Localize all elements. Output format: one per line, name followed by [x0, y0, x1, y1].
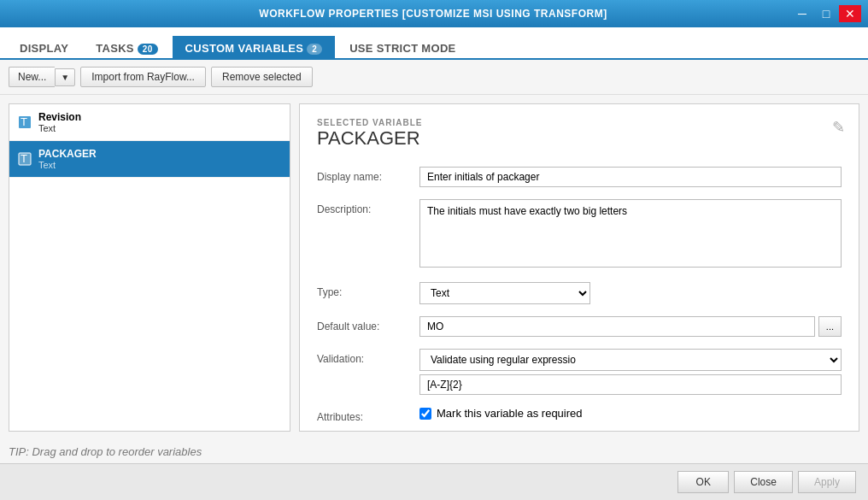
variable-item-packager[interactable]: T PACKAGER Text [9, 141, 290, 178]
display-name-row: Display name: [317, 167, 842, 187]
selected-variable-label: SELECTED VARIABLE [317, 118, 842, 127]
description-control [419, 199, 842, 270]
type-control: Text Number Boolean Date [419, 282, 842, 304]
variable-text-icon-selected: T [18, 152, 32, 166]
svg-text:T: T [21, 115, 27, 128]
default-value-row: Default value: ... [317, 316, 842, 337]
validation-row: Validation: Validate using regular expre… [317, 349, 842, 395]
validation-pattern-input[interactable] [419, 374, 842, 395]
bottom-bar: OK Close Apply [0, 463, 868, 500]
tab-display[interactable]: DISPLAY [7, 36, 81, 60]
svg-text:T: T [21, 152, 27, 165]
new-button-dropdown[interactable]: ▼ [55, 68, 75, 86]
variable-type-revision: Text [38, 123, 81, 133]
description-label: Description: [317, 199, 411, 215]
maximize-button[interactable]: □ [815, 5, 837, 22]
remove-selected-button[interactable]: Remove selected [211, 67, 313, 87]
variable-editor: SELECTED VARIABLE PACKAGER ✎ Display nam… [299, 103, 859, 432]
minimize-button[interactable]: ─ [791, 5, 813, 22]
default-value-label: Default value: [317, 316, 411, 332]
tabs-bar: DISPLAY TASKS20 CUSTOM VARIABLES2 USE ST… [0, 27, 868, 60]
required-label[interactable]: Mark this variable as required [437, 407, 583, 420]
description-textarea[interactable] [419, 199, 842, 268]
tasks-badge: 20 [138, 44, 158, 55]
validation-control: Validate using regular expressio No vali… [419, 349, 842, 395]
attributes-row: Attributes: Mark this variable as requir… [317, 407, 842, 423]
type-label: Type: [317, 282, 411, 298]
title-bar-controls: ─ □ ✕ [791, 5, 861, 22]
custom-variables-badge: 2 [307, 44, 322, 55]
tab-custom-variables[interactable]: CUSTOM VARIABLES2 [173, 36, 336, 60]
new-button[interactable]: New... [9, 67, 55, 87]
tab-strict-mode[interactable]: USE STRICT MODE [337, 36, 468, 60]
variable-text-icon: T [18, 115, 32, 129]
variable-name-packager: PACKAGER [38, 148, 97, 160]
display-name-label: Display name: [317, 167, 411, 183]
validation-method-select[interactable]: Validate using regular expressio No vali… [419, 349, 842, 371]
required-checkbox[interactable] [419, 408, 431, 420]
variable-name-revision: Revision [38, 111, 81, 123]
type-select[interactable]: Text Number Boolean Date [419, 282, 590, 304]
default-value-input[interactable] [419, 316, 815, 337]
toolbar: New... ▼ Import from RayFlow... Remove s… [0, 60, 868, 95]
title-bar: WORKFLOW PROPERTIES [CUSTOMIZE MSI USING… [0, 0, 868, 27]
variable-type-packager: Text [38, 160, 97, 170]
title-bar-text: WORKFLOW PROPERTIES [CUSTOMIZE MSI USING… [75, 8, 791, 20]
new-button-group: New... ▼ [9, 67, 75, 87]
description-row: Description: [317, 199, 842, 270]
display-name-control [419, 167, 842, 187]
variable-list: T Revision Text T PACKAGER Text [9, 103, 290, 432]
attributes-control: Mark this variable as required [419, 407, 842, 420]
validation-label: Validation: [317, 349, 411, 365]
window-close-button[interactable]: ✕ [839, 5, 861, 22]
edit-icon[interactable]: ✎ [832, 118, 845, 137]
main-content: T Revision Text T PACKAGER Text [0, 95, 868, 440]
default-value-browse-button[interactable]: ... [818, 316, 842, 337]
selected-variable-name: PACKAGER [317, 127, 842, 150]
close-button[interactable]: Close [734, 471, 793, 493]
default-value-control: ... [419, 316, 842, 337]
display-name-input[interactable] [419, 167, 842, 187]
apply-button[interactable]: Apply [798, 471, 856, 493]
dialog: DISPLAY TASKS20 CUSTOM VARIABLES2 USE ST… [0, 27, 868, 500]
import-button[interactable]: Import from RayFlow... [80, 67, 206, 87]
type-row: Type: Text Number Boolean Date [317, 282, 842, 304]
attributes-label: Attributes: [317, 407, 411, 423]
ok-button[interactable]: OK [677, 471, 729, 493]
variable-item-revision[interactable]: T Revision Text [9, 104, 290, 141]
tab-tasks[interactable]: TASKS20 [83, 36, 170, 60]
tip-bar: TIP: Drag and drop to reorder variables [0, 440, 868, 463]
